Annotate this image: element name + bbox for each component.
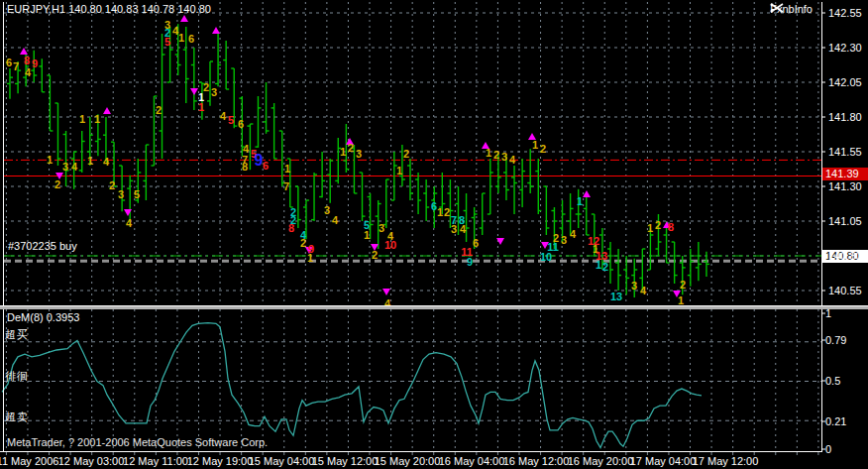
signal-number: 2 [540,143,546,155]
dem-line [2,323,702,448]
mt4-window: 6789413421411235432451623112456478596172… [0,0,868,469]
signal-number: 9 [467,256,473,268]
signal-number: 1 [596,259,601,271]
signal-number: 2 [493,149,499,161]
signal-number: 2 [54,178,60,190]
frame-left [3,2,4,452]
signal-number: 6 [188,33,194,45]
fractal-arrow-down [382,289,390,295]
overbought-label: 超买 [5,327,29,342]
price-tick-label: 142.55 [828,7,862,19]
signal-number: 1 [47,154,53,166]
fractal-arrow-up [103,107,111,114]
signal-number: 4 [332,214,339,226]
signal-number: 3 [356,148,362,160]
price-tick-label: 140.80 [828,250,862,262]
signal-number: 1 [87,155,93,167]
indicator-tick-label: 1 [825,307,831,319]
signal-number: 5 [164,36,170,48]
current-price-label: 141.39 [822,168,868,180]
signal-number: 1 [307,252,313,264]
indicator-tick-label: 0 [825,443,831,455]
signal-number: 3 [324,204,330,216]
signal-number: 8 [668,221,674,233]
signal-number: 5 [134,188,140,200]
signal-number: 3 [62,161,68,173]
signal-number: 4 [570,228,577,240]
price-tick-label: 141.80 [828,111,862,123]
signal-number: 1 [437,206,443,218]
signal-number: 6 [263,160,269,172]
signal-number: 8 [24,55,30,66]
signal-number: 2 [109,179,115,191]
signal-number: 2 [444,206,450,218]
signal-number: 1 [364,229,370,241]
signal-number: 1 [94,113,100,125]
axis-divider [821,2,822,452]
signal-number: 1 [284,163,290,175]
fractal-arrow-up [583,190,591,197]
price-tick-label: 141.05 [828,215,862,227]
price-tick-label: 142.05 [828,76,862,88]
signal-number: 6 [238,118,244,130]
signal-number: 3 [561,234,567,246]
indicator-tick-label: 0.5 [825,375,840,387]
panel-separator[interactable] [0,305,868,309]
signal-number: 4 [460,223,467,235]
signal-number: 7 [13,60,19,72]
fractal-arrow-down [190,88,198,95]
watermark: FxnbInfo [770,3,816,15]
signal-number: 3 [501,151,507,163]
signal-number: 4 [220,110,227,122]
signal-number: 4 [509,154,516,166]
oversold-label: 超卖 [5,410,29,424]
dem-indicator-label: DeM(8) 0.3953 [7,311,79,323]
indicator-tick-label: 0.21 [825,415,846,427]
symbol-ohlc-label: EURJPY,H1 140.80 140.83 140.78 140.80 [7,3,211,15]
signal-number: 4 [25,66,32,78]
signal-number: 8 [242,161,248,173]
signal-number: 2 [156,104,162,116]
signal-number: 2 [680,279,686,291]
signal-number: 2 [403,148,409,160]
fractal-arrow-up [212,27,220,34]
signal-number: 3 [451,223,457,235]
time-tick-label: 17 May 12:00 [681,455,770,467]
copyright-label: MetaTrader, ? 2001-2006 MetaQuotes Softw… [7,436,268,448]
signal-number: 1 [79,113,85,125]
signal-number: 2 [553,232,559,244]
signal-number: 13 [610,291,622,302]
fractal-arrow-up [20,48,28,55]
signal-number: 2 [348,142,354,154]
signal-number: 1 [577,195,583,207]
signal-number: 4 [71,161,78,173]
signal-number: 4 [126,217,133,229]
signal-number: 1 [647,222,653,234]
signal-number: 2 [372,249,378,261]
signal-number: 6 [6,57,12,68]
signal-number: 3 [118,188,124,200]
signal-number: 2 [602,261,608,273]
signal-number: 4 [103,156,110,168]
signal-number: 10 [540,251,552,263]
signal-number: 3 [211,86,217,98]
signal-number: 6 [473,237,479,249]
price-tick-label: 141.55 [828,146,862,158]
order-line-label: #3702235 buy [8,240,77,252]
signal-number: 3 [379,222,384,234]
frame-bottom [0,451,822,452]
price-tick-label: 141.30 [828,180,862,192]
signal-number: 10 [384,239,396,251]
chart-canvas[interactable]: 6789413421411235432451623112456478596172… [0,0,868,469]
signal-number: 2 [300,237,306,249]
signal-number: 1 [396,165,402,176]
indicator-tick-label: 0.79 [825,334,846,346]
signal-number: 4 [640,285,647,296]
signal-number: 5 [228,114,234,126]
signal-number: 1 [178,32,184,44]
signal-number: 1 [198,101,204,113]
price-tick-label: 142.30 [828,42,862,54]
signal-number: 7 [283,180,289,192]
fractal-arrow-up [180,15,188,22]
signal-number: 1 [486,147,491,159]
